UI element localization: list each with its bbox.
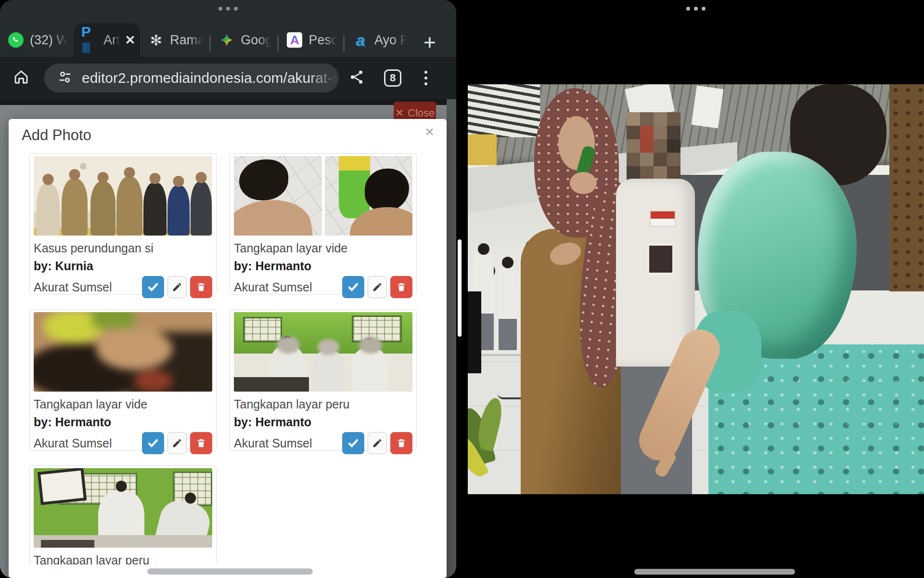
thumb-person — [167, 185, 190, 236]
window-drag-handle[interactable] — [686, 7, 706, 11]
modal-title: Add Photo — [22, 127, 91, 144]
chatgpt-icon: ✻ — [148, 32, 164, 48]
tab-chatgpt[interactable]: ✻ Rama — [140, 23, 209, 57]
home-indicator[interactable] — [634, 569, 795, 575]
thumb-whiteboard — [38, 468, 87, 505]
figure-batik-person — [889, 84, 924, 291]
select-photo-button[interactable] — [342, 432, 364, 454]
photo-card[interactable]: Tangkapan layar vide by: Hermanto Akurat… — [29, 309, 217, 451]
photo-card[interactable]: Tangkapan layar vide by: Hermanto Akurat… — [230, 153, 417, 295]
thumb-person — [90, 182, 116, 236]
share-icon[interactable] — [348, 69, 365, 87]
photo-card[interactable]: Tangkapan layar peru by: Hermanto Akurat… — [230, 309, 417, 451]
url-toolbar: editor2.promediaindonesia.com/akurat-s 8 — [0, 57, 456, 99]
whatsapp-icon — [8, 32, 24, 48]
delete-photo-button[interactable] — [190, 432, 212, 454]
close-x-icon: ✕ — [395, 107, 404, 119]
tab-close-icon[interactable]: ✕ — [125, 33, 136, 48]
figure-student-flag-badge — [650, 210, 676, 227]
pesona-icon: A — [286, 32, 303, 48]
thumb-blur-spot — [359, 337, 382, 354]
dimmed-page-backdrop: ✕ Close Add Photo × — [0, 99, 456, 578]
page-edge-strip — [447, 99, 456, 578]
tab-google-gemini[interactable]: Goog — [211, 23, 277, 57]
thumb-shape — [339, 156, 371, 172]
delete-photo-button[interactable] — [390, 276, 412, 298]
figure-speaker-hand — [570, 172, 597, 194]
page-header-band — [0, 99, 456, 105]
thumb-panel — [234, 156, 322, 236]
promedia-icon: P — [81, 32, 98, 48]
ayo-icon: a — [352, 32, 369, 48]
photo-plant — [468, 393, 509, 494]
photo-source: Akurat Sumsel — [34, 436, 142, 450]
photo-card[interactable]: Tangkapan layar peru — [29, 465, 217, 565]
photo-speaker — [468, 291, 481, 373]
tab-label: Art — [103, 33, 120, 48]
photo-thumbnail-classroom — [234, 312, 412, 392]
select-photo-button[interactable] — [142, 276, 164, 298]
thumb-person — [312, 350, 345, 392]
edit-photo-button[interactable] — [167, 432, 187, 454]
photo-card[interactable]: Kasus perundungan si by: Kurnia Akurat S… — [29, 153, 217, 295]
home-icon[interactable] — [13, 68, 30, 88]
tab-article-active[interactable]: P Art ✕ — [74, 23, 140, 57]
thumb-person — [62, 179, 88, 236]
url-text: editor2.promediaindonesia.com/akurat-s — [82, 70, 339, 86]
photo-grid: Kasus perundungan si by: Kurnia Akurat S… — [9, 151, 447, 565]
edit-photo-button[interactable] — [368, 276, 387, 298]
tab-label: Goog — [241, 33, 272, 48]
browser-menu-icon[interactable] — [424, 71, 427, 85]
horizontal-scrollbar[interactable] — [147, 568, 313, 575]
select-photo-button[interactable] — [142, 432, 164, 454]
thumb-blur-layer — [34, 312, 212, 392]
tab-switcher-button[interactable]: 8 — [384, 69, 401, 87]
tab-whatsapp[interactable]: (32) W — [0, 23, 74, 57]
figure-student-pixelated-face — [627, 112, 640, 126]
add-photo-modal: Add Photo × — [9, 119, 447, 578]
thumb-person — [37, 184, 60, 236]
thumb-shape — [365, 169, 409, 211]
news-photo — [468, 84, 924, 494]
delete-photo-button[interactable] — [190, 276, 212, 298]
photo-source: Akurat Sumsel — [34, 280, 142, 294]
new-tab-button[interactable]: + — [424, 30, 436, 54]
url-bar[interactable]: editor2.promediaindonesia.com/akurat-s — [44, 64, 339, 92]
thumb-shape — [80, 163, 87, 170]
photo-caption: Tangkapan layar vide — [34, 397, 212, 411]
photo-caption: Tangkapan layar peru — [34, 553, 212, 565]
thumb-person — [116, 177, 142, 236]
thumb-window — [243, 317, 282, 342]
delete-photo-button[interactable] — [390, 432, 412, 454]
split-divider-handle[interactable] — [458, 239, 462, 337]
tab-ayo[interactable]: a Ayo F — [345, 23, 413, 57]
edit-photo-button[interactable] — [368, 432, 387, 454]
photo-roof-left — [468, 84, 540, 137]
modal-header: Add Photo × — [9, 119, 447, 151]
browser-window: (32) W P Art ✕ ✻ Rama — [0, 0, 456, 578]
photo-caption: Tangkapan layar vide — [234, 241, 412, 255]
photo-thumbnail-blurry — [34, 312, 212, 392]
site-controls-icon[interactable] — [58, 70, 72, 86]
photo-wall-accent — [468, 134, 497, 168]
window-drag-handle[interactable] — [218, 7, 238, 11]
thumb-blur-spot — [318, 339, 339, 355]
thumb-shape — [234, 377, 309, 392]
thumb-shape — [234, 195, 315, 236]
split-screen: (32) W P Art ✕ ✻ Rama — [0, 0, 924, 578]
thumb-blur-spot — [277, 336, 300, 354]
photo-source: Akurat Sumsel — [234, 436, 342, 450]
tab-label: Rama — [170, 33, 205, 48]
edit-photo-button[interactable] — [167, 276, 187, 298]
tab-pesona[interactable]: A Peso — [279, 23, 343, 57]
photo-viewer-window — [468, 0, 924, 578]
thumb-person — [191, 182, 212, 236]
thumb-shape — [239, 159, 288, 201]
photo-thumbnail-video — [234, 156, 412, 236]
photo-caption: Kasus perundungan si — [34, 241, 212, 255]
tab-label: Ayo F — [374, 33, 408, 48]
modal-close-icon[interactable]: × — [425, 123, 434, 141]
tab-strip: (32) W P Art ✕ ✻ Rama — [0, 23, 456, 57]
select-photo-button[interactable] — [342, 276, 364, 298]
hanging-paper-tag — [692, 86, 724, 129]
